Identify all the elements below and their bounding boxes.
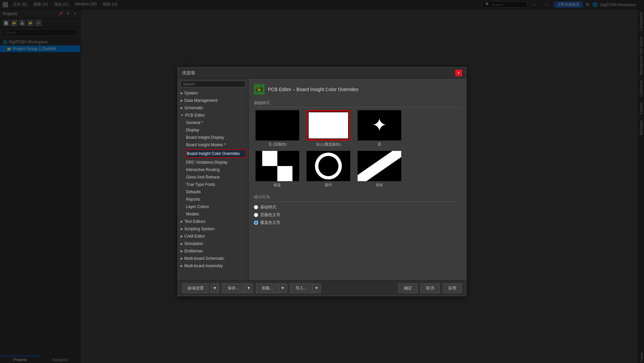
- stripe-pattern-svg: [358, 151, 401, 181]
- pattern-item-star[interactable]: ✦ 星: [356, 110, 403, 147]
- nav-search-input[interactable]: [181, 81, 245, 87]
- behavior-basic-option[interactable]: 基础样式: [254, 204, 461, 210]
- default-settings-arrow[interactable]: ▼: [211, 283, 219, 293]
- save-group: 保存... ▼: [222, 283, 253, 293]
- dialog-body: ▶ System ▶ Data Management ▶ Schematic ▼…: [178, 79, 466, 280]
- pattern-item-none[interactable]: 无 (层颜色): [254, 110, 301, 147]
- pattern-box-chess[interactable]: [256, 151, 299, 181]
- dialog-bottom: 缺省设置 ▼ 保存... ▼ 加载... ▼ 导入... ▼ 确定 取消 应用: [178, 280, 466, 296]
- nav-item-schematic[interactable]: ▶ Schematic: [178, 104, 248, 112]
- load-arrow[interactable]: ▼: [278, 283, 287, 293]
- behavior-section-title: 缩小行为: [254, 194, 461, 202]
- behavior-override-radio[interactable]: [254, 220, 258, 225]
- expand-arrow-icon: ▶: [181, 242, 183, 245]
- expand-arrow-icon: ▶: [181, 220, 183, 223]
- expand-arrow-icon: ▼: [181, 114, 184, 117]
- import-button[interactable]: 导入...: [290, 283, 312, 293]
- pattern-item-circle[interactable]: 圆环: [305, 151, 352, 188]
- pattern-label-chess: 棋盘: [274, 183, 281, 188]
- dialog-close-button[interactable]: ×: [455, 70, 462, 76]
- nav-item-interactive-routing[interactable]: Interactive Routing: [185, 166, 248, 173]
- save-arrow[interactable]: ▼: [244, 283, 253, 293]
- nav-item-draftsman[interactable]: ▶ Draftsman: [178, 247, 248, 255]
- dialog-overlay: 优选项 × ▶ System ▶ Data Management: [0, 0, 644, 363]
- expand-arrow-icon: ▶: [181, 257, 183, 260]
- nav-item-models[interactable]: Models: [185, 210, 248, 218]
- nav-item-general[interactable]: General *: [185, 119, 248, 126]
- nav-item-board-insight-display[interactable]: Board Insight Display: [185, 134, 248, 141]
- nav-sub-pcb: General * Display Board Insight Display …: [178, 119, 248, 218]
- chess-pattern-svg: [256, 151, 299, 181]
- svg-point-3: [259, 87, 260, 89]
- confirm-button[interactable]: 确定: [398, 283, 418, 293]
- nav-item-pcb-editor[interactable]: ▼ PCB Editor: [178, 112, 248, 119]
- pattern-box-stripe[interactable]: [358, 151, 401, 181]
- pattern-box-none[interactable]: [256, 110, 299, 140]
- load-button[interactable]: 加载...: [256, 283, 278, 293]
- expand-arrow-icon: ▶: [181, 106, 183, 110]
- expand-arrow-icon: ▶: [181, 99, 183, 102]
- circle-inner: [318, 156, 338, 176]
- circle-outer: [315, 153, 342, 179]
- expand-arrow-icon: ▶: [181, 264, 183, 268]
- dialog-title-bar: 优选项 ×: [178, 68, 466, 79]
- pattern-label-star: 星: [378, 142, 381, 147]
- nav-item-drc-violations[interactable]: DRC Violations Display: [185, 159, 248, 166]
- content-title: PCB Editor – Board Insight Color Overrid…: [268, 87, 358, 92]
- nav-item-reports[interactable]: Reports: [185, 196, 248, 203]
- pattern-grid: 无 (层颜色) 实心(覆盖颜色) ✦: [254, 110, 461, 188]
- svg-rect-8: [277, 166, 292, 181]
- nav-item-data-management[interactable]: ▶ Data Management: [178, 97, 248, 104]
- content-header: PCB Editor – Board Insight Color Overrid…: [254, 84, 461, 95]
- pattern-box-solid[interactable]: [307, 110, 350, 140]
- nav-item-cam-editor[interactable]: ▶ CAM Editor: [178, 233, 248, 240]
- pattern-item-solid[interactable]: 实心(覆盖颜色): [305, 110, 352, 147]
- import-arrow[interactable]: ▼: [312, 283, 321, 293]
- nav-item-multi-assembly[interactable]: ▶ Multi-board Assembly: [178, 262, 248, 270]
- behavior-layer-radio[interactable]: [254, 213, 258, 217]
- expand-arrow-icon: ▶: [181, 227, 183, 231]
- pattern-label-solid: 实心(覆盖颜色): [316, 142, 340, 147]
- save-button[interactable]: 保存...: [222, 283, 244, 293]
- behavior-section: 缩小行为 基础样式 层颜色主导 覆盖色主导: [254, 194, 461, 226]
- behavior-layer-option[interactable]: 层颜色主导: [254, 212, 461, 218]
- behavior-override-option[interactable]: 覆盖色主导: [254, 220, 461, 226]
- nav-item-scripting[interactable]: ▶ Scripting System: [178, 225, 248, 233]
- basic-style-section-title: 基础样式: [254, 100, 461, 108]
- pattern-label-circle: 圆环: [325, 183, 332, 188]
- pattern-label-none: 无 (层颜色): [268, 142, 286, 147]
- dialog-nav: ▶ System ▶ Data Management ▶ Schematic ▼…: [178, 79, 248, 280]
- nav-item-display[interactable]: Display: [185, 126, 248, 134]
- expand-arrow-icon: ▶: [181, 91, 183, 95]
- load-group: 加载... ▼: [256, 283, 287, 293]
- cancel-button[interactable]: 取消: [420, 283, 440, 293]
- nav-item-true-type-fonts[interactable]: True Type Fonts: [185, 181, 248, 188]
- svg-rect-5: [258, 89, 261, 91]
- nav-item-system[interactable]: ▶ System: [178, 89, 248, 97]
- pcb-editor-icon: [254, 84, 265, 95]
- nav-item-simulation[interactable]: ▶ Simulation: [178, 240, 248, 247]
- star-shape: ✦: [372, 116, 387, 134]
- nav-item-board-insight-modes[interactable]: Board Insight Modes *: [185, 141, 248, 149]
- pattern-box-star[interactable]: ✦: [358, 110, 401, 140]
- apply-button[interactable]: 应用: [443, 283, 462, 293]
- default-settings-group: 缺省设置 ▼: [182, 283, 219, 293]
- nav-item-gloss-retrace[interactable]: Gloss And Retrace: [185, 173, 248, 181]
- nav-item-multi-schematic[interactable]: ▶ Multi-board Schematic: [178, 255, 248, 262]
- nav-item-defaults[interactable]: Defaults: [185, 188, 248, 196]
- default-settings-button[interactable]: 缺省设置: [182, 283, 209, 293]
- expand-arrow-icon: ▶: [181, 249, 183, 253]
- dialog-title: 优选项: [182, 70, 195, 76]
- expand-arrow-icon: ▶: [181, 235, 183, 238]
- pattern-item-stripe[interactable]: 条纹: [356, 151, 403, 188]
- pattern-box-circle[interactable]: [307, 151, 350, 181]
- preferences-dialog: 优选项 × ▶ System ▶ Data Management: [178, 67, 466, 296]
- nav-item-text-editors[interactable]: ▶ Text Editors: [178, 218, 248, 225]
- behavior-radio-group: 基础样式 层颜色主导 覆盖色主导: [254, 204, 461, 226]
- basic-style-section: 基础样式 无 (层颜色): [254, 100, 461, 188]
- nav-item-layer-colors[interactable]: Layer Colors: [185, 203, 248, 210]
- nav-item-board-insight-color-overrides[interactable]: Board Insight Color Overrides: [185, 149, 247, 158]
- behavior-basic-radio[interactable]: [254, 205, 258, 209]
- pattern-item-chess[interactable]: 棋盘: [254, 151, 301, 188]
- import-group: 导入... ▼: [290, 283, 321, 293]
